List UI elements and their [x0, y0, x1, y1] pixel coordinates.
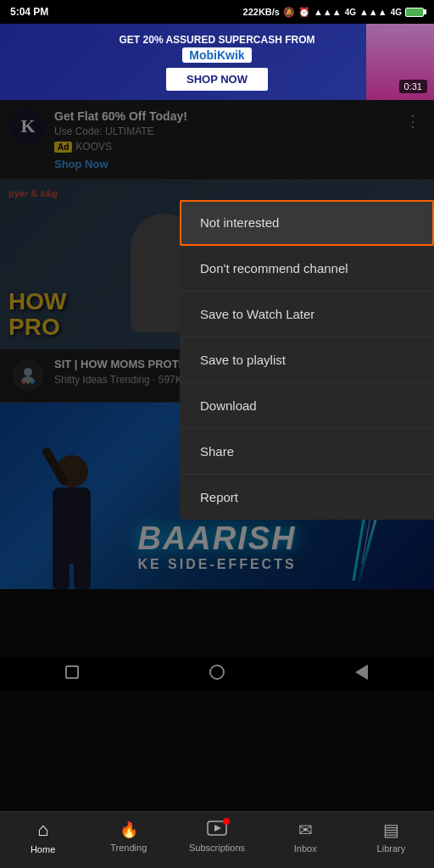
trending-icon: 🔥	[120, 821, 138, 839]
svg-marker-5	[214, 825, 221, 832]
4g-label1: 4G	[345, 8, 356, 17]
main-content: GET 20% ASSURED SUPERCASH FROM MobiKwik …	[0, 24, 434, 657]
menu-item-not-interested[interactable]: Not interested	[180, 200, 434, 246]
share-label: Share	[200, 444, 234, 459]
library-icon: ▤	[383, 820, 399, 840]
menu-item-dont-recommend[interactable]: Don't recommend channel	[180, 246, 434, 292]
bottom-nav: ⌂ Home 🔥 Trending Subscriptions ✉ Inbox …	[0, 811, 434, 868]
mute-icon: 🔕	[283, 7, 295, 18]
menu-item-playlist[interactable]: Save to playlist	[180, 337, 434, 383]
shop-now-banner-button[interactable]: SHOP NOW	[166, 68, 268, 91]
status-time: 5:04 PM	[10, 6, 48, 18]
library-label: Library	[377, 843, 406, 854]
menu-item-share[interactable]: Share	[180, 429, 434, 475]
download-label: Download	[200, 398, 257, 413]
nav-trending[interactable]: 🔥 Trending	[103, 821, 154, 853]
menu-item-report[interactable]: Report	[180, 475, 434, 520]
subscriptions-label: Subscriptions	[189, 843, 245, 853]
status-icons: 222KB/s 🔕 ⏰ ▲▲▲ 4G ▲▲▲ 4G	[243, 7, 424, 18]
menu-item-watch-later[interactable]: Save to Watch Later	[180, 292, 434, 337]
watch-later-label: Save to Watch Later	[200, 307, 314, 321]
dont-recommend-label: Don't recommend channel	[200, 261, 348, 275]
inbox-label: Inbox	[294, 843, 317, 854]
network-speed: 222KB/s	[243, 7, 280, 17]
signal-icon: ▲▲▲	[314, 7, 342, 17]
nav-library[interactable]: ▤ Library	[365, 820, 416, 854]
home-label: Home	[31, 844, 55, 854]
4g-label2: 4G	[391, 8, 402, 17]
trending-label: Trending	[110, 843, 147, 853]
signal-icon2: ▲▲▲	[359, 7, 387, 17]
home-icon: ⌂	[37, 819, 48, 841]
subscriptions-icon-container	[207, 821, 227, 839]
ad-banner[interactable]: GET 20% ASSURED SUPERCASH FROM MobiKwik …	[0, 24, 434, 100]
not-interested-label: Not interested	[200, 215, 279, 230]
status-bar: 5:04 PM 222KB/s 🔕 ⏰ ▲▲▲ 4G ▲▲▲ 4G	[0, 0, 434, 24]
nav-subscriptions[interactable]: Subscriptions	[189, 821, 245, 853]
nav-home[interactable]: ⌂ Home	[18, 819, 69, 854]
time: 5:04 PM	[10, 6, 48, 18]
mobikwik-brand: MobiKwik	[182, 47, 251, 63]
playlist-label: Save to playlist	[200, 353, 286, 367]
alarm-icon: ⏰	[298, 7, 310, 18]
subscription-dot	[223, 818, 230, 825]
context-menu-overlay[interactable]: Not interested Don't recommend channel S…	[0, 100, 434, 868]
report-label: Report	[200, 490, 238, 504]
context-menu: Not interested Don't recommend channel S…	[180, 200, 434, 520]
ad-timer: 0:31	[399, 80, 427, 93]
ad-banner-text: GET 20% ASSURED SUPERCASH FROM	[120, 34, 315, 46]
menu-item-download[interactable]: Download	[180, 383, 434, 429]
battery-icon	[405, 8, 424, 17]
nav-inbox[interactable]: ✉ Inbox	[280, 820, 331, 854]
inbox-icon: ✉	[298, 820, 313, 840]
